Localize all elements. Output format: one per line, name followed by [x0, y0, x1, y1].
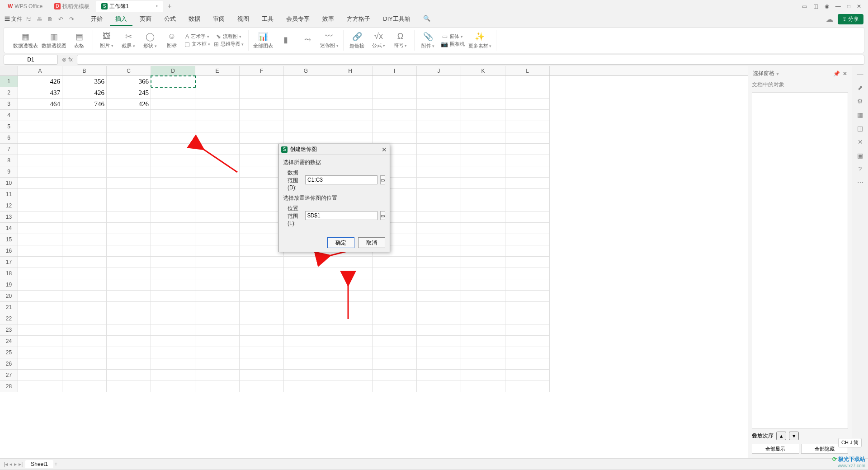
appbox-icon[interactable]: ▭ [802, 3, 807, 9]
cell-D20[interactable] [151, 291, 195, 302]
spreadsheet[interactable]: ABCDEFGHIJKL 142635636624374262453464746… [0, 66, 748, 458]
cell-A28[interactable] [18, 381, 62, 392]
fx-label[interactable]: fx [68, 56, 72, 63]
cell-A26[interactable] [18, 358, 62, 370]
cell-L6[interactable] [505, 132, 550, 144]
cell-E21[interactable] [195, 302, 240, 313]
cell-E18[interactable] [195, 268, 240, 279]
cell-D10[interactable] [151, 178, 195, 189]
row-header-7[interactable]: 7 [0, 144, 18, 155]
maximize-icon[interactable]: □ [847, 3, 850, 9]
cell-K14[interactable] [461, 223, 505, 234]
cell-B5[interactable] [62, 121, 107, 132]
cell-A1[interactable]: 426 [18, 76, 62, 87]
name-box[interactable]: D1 [4, 55, 58, 65]
cell-I4[interactable] [373, 110, 417, 121]
cell-J19[interactable] [417, 279, 461, 291]
tab-ffgz[interactable]: 方方格子 [341, 13, 376, 26]
cell-D9[interactable] [151, 166, 195, 178]
cell-L26[interactable] [505, 358, 550, 370]
row-header-20[interactable]: 20 [0, 291, 18, 302]
cell-F20[interactable] [240, 291, 284, 302]
cell-K21[interactable] [461, 302, 505, 313]
cell-J18[interactable] [417, 268, 461, 279]
cell-C16[interactable] [107, 245, 151, 257]
cell-D28[interactable] [151, 381, 195, 392]
cancel-button[interactable]: 取消 [358, 237, 385, 248]
cell-C23[interactable] [107, 324, 151, 336]
objects-list[interactable] [752, 92, 848, 429]
cell-J22[interactable] [417, 313, 461, 324]
cell-B8[interactable] [62, 155, 107, 166]
cell-C20[interactable] [107, 291, 151, 302]
cell-F26[interactable] [240, 358, 284, 370]
cell-I26[interactable] [373, 358, 417, 370]
formula-input[interactable] [77, 55, 864, 65]
minimize-icon[interactable]: — [835, 3, 841, 9]
cell-L18[interactable] [505, 268, 550, 279]
cell-E11[interactable] [195, 189, 240, 200]
cell-L10[interactable] [505, 178, 550, 189]
cell-F4[interactable] [240, 110, 284, 121]
workbook-tab[interactable]: S 工作簿1 • [96, 1, 163, 12]
camera-button[interactable]: 📷照相机 [441, 41, 465, 47]
mindmap-button[interactable]: ⊞思维导图 [214, 41, 244, 47]
cell-B6[interactable] [62, 132, 107, 144]
cell-K20[interactable] [461, 291, 505, 302]
app-tab[interactable]: W WPS Office [2, 1, 48, 12]
fx-cancel-icon[interactable]: ⊗ [62, 56, 66, 63]
cell-F18[interactable] [240, 268, 284, 279]
redo-icon[interactable]: ↷ [69, 16, 76, 23]
cell-K15[interactable] [461, 234, 505, 245]
row-header-24[interactable]: 24 [0, 336, 18, 347]
cell-D15[interactable] [151, 234, 195, 245]
cell-K9[interactable] [461, 166, 505, 178]
cell-B10[interactable] [62, 178, 107, 189]
cell-E14[interactable] [195, 223, 240, 234]
cell-L9[interactable] [505, 166, 550, 178]
cell-I25[interactable] [373, 347, 417, 358]
cell-C5[interactable] [107, 121, 151, 132]
all-charts-button[interactable]: 📊全部图表 [253, 32, 273, 49]
col-header-H[interactable]: H [328, 66, 373, 75]
cell-B23[interactable] [62, 324, 107, 336]
preview-icon[interactable]: 🗎 [47, 16, 55, 23]
close-pane-icon[interactable]: ✕ [843, 70, 847, 77]
flowchart-button[interactable]: ⬊流程图 [214, 33, 244, 40]
cell-F15[interactable] [240, 234, 284, 245]
col-header-B[interactable]: B [62, 66, 107, 75]
cell-B24[interactable] [62, 336, 107, 347]
cell-I19[interactable] [373, 279, 417, 291]
cell-E6[interactable] [195, 132, 240, 144]
cell-L23[interactable] [505, 324, 550, 336]
cell-K17[interactable] [461, 257, 505, 268]
cell-B15[interactable] [62, 234, 107, 245]
cell-E3[interactable] [195, 99, 240, 110]
cell-K6[interactable] [461, 132, 505, 144]
cell-A4[interactable] [18, 110, 62, 121]
cell-J8[interactable] [417, 155, 461, 166]
cell-I27[interactable] [373, 370, 417, 381]
cell-J12[interactable] [417, 200, 461, 212]
cell-E17[interactable] [195, 257, 240, 268]
cell-L3[interactable] [505, 99, 550, 110]
row-header-4[interactable]: 4 [0, 110, 18, 121]
cell-D23[interactable] [151, 324, 195, 336]
cell-D11[interactable] [151, 189, 195, 200]
cell-C1[interactable]: 366 [107, 76, 151, 87]
cell-E4[interactable] [195, 110, 240, 121]
cell-C2[interactable]: 245 [107, 87, 151, 99]
help-icon[interactable]: ? [859, 165, 862, 173]
cell-I17[interactable] [373, 257, 417, 268]
add-tab-button[interactable]: + [164, 2, 175, 10]
cell-D27[interactable] [151, 370, 195, 381]
cell-G6[interactable] [284, 132, 328, 144]
cell-F7[interactable] [240, 144, 284, 155]
row-header-12[interactable]: 12 [0, 200, 18, 212]
cell-A25[interactable] [18, 347, 62, 358]
cell-G25[interactable] [284, 347, 328, 358]
cell-F13[interactable] [240, 212, 284, 223]
col-header-I[interactable]: I [373, 66, 417, 75]
cell-J20[interactable] [417, 291, 461, 302]
cell-J27[interactable] [417, 370, 461, 381]
